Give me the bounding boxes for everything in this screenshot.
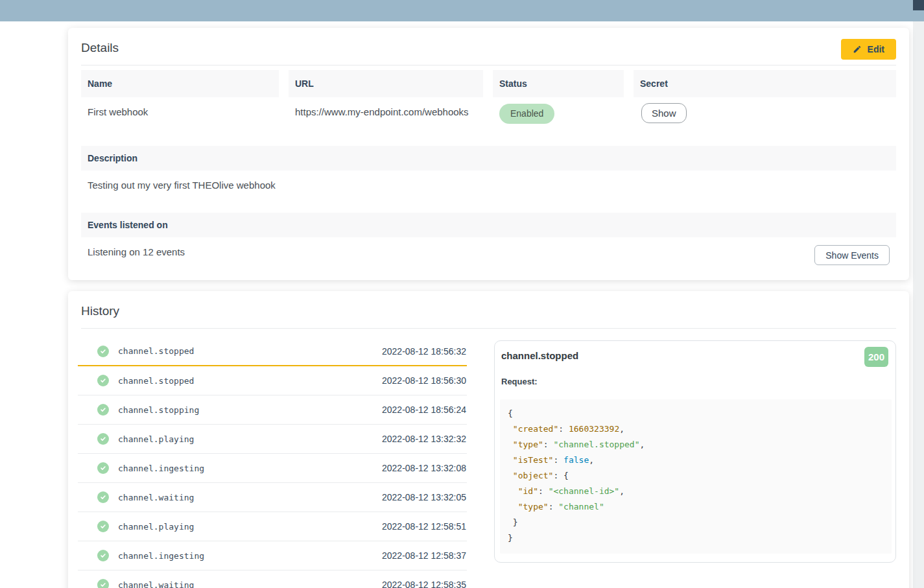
check-circle-icon (97, 462, 109, 474)
events-listened-value: Listening on 12 events (88, 246, 185, 257)
history-divider (81, 328, 896, 329)
history-row[interactable]: channel.stopped 2022-08-12 18:56:30 (78, 366, 467, 395)
event-timestamp: 2022-08-12 18:56:32 (382, 346, 466, 357)
event-name: channel.playing (118, 434, 194, 444)
scrollbar-thumb[interactable] (913, 0, 924, 10)
events-listened-label: Events listened on (81, 213, 896, 237)
code-line: "type": "channel" (508, 499, 884, 515)
pencil-icon (853, 45, 862, 54)
history-event-list: channel.stopped 2022-08-12 18:56:32 chan… (78, 337, 467, 588)
scrollbar-track[interactable] (913, 21, 924, 588)
code-line: "object": { (508, 468, 884, 484)
show-secret-button[interactable]: Show (641, 103, 687, 123)
event-name: channel.stopping (118, 405, 199, 415)
code-line: { (508, 406, 884, 421)
event-timestamp: 2022-08-12 13:32:08 (382, 463, 466, 473)
code-line: "isTest": false, (508, 453, 884, 468)
event-detail-title: channel.stopped (501, 350, 578, 361)
event-timestamp: 2022-08-12 18:56:24 (382, 405, 466, 415)
check-circle-icon (97, 550, 109, 561)
secret-field-label: Secret (634, 70, 896, 97)
status-code-badge: 200 (864, 347, 888, 367)
check-circle-icon (97, 375, 109, 386)
event-name: channel.waiting (118, 580, 194, 588)
url-field-label: URL (289, 70, 483, 97)
history-title: History (81, 304, 119, 318)
event-timestamp: 2022-08-12 12:58:37 (382, 550, 466, 561)
history-row[interactable]: channel.stopped 2022-08-12 18:56:32 (78, 337, 467, 366)
status-enabled-badge: Enabled (499, 104, 554, 124)
edit-button-label: Edit (868, 44, 884, 54)
history-row[interactable]: channel.playing 2022-08-12 12:58:51 (78, 512, 467, 541)
check-circle-icon (97, 404, 109, 416)
history-row[interactable]: channel.ingesting 2022-08-12 13:32:08 (78, 454, 467, 483)
name-field-label: Name (81, 70, 279, 97)
code-line: } (508, 530, 884, 546)
details-divider (81, 65, 896, 65)
history-card: History channel.stopped 2022-08-12 18:56… (68, 291, 909, 588)
event-detail-panel: channel.stopped 200 Request: { "created"… (494, 340, 896, 563)
event-timestamp: 2022-08-12 18:56:30 (382, 375, 466, 386)
status-field-label: Status (493, 70, 624, 97)
details-card: Details Edit Name URL Status Secret Firs… (68, 28, 909, 280)
code-line: "id": "<channel-id>", (508, 484, 884, 499)
event-timestamp: 2022-08-12 12:58:51 (382, 521, 466, 532)
event-name: channel.ingesting (118, 464, 204, 473)
show-events-button[interactable]: Show Events (814, 245, 890, 265)
code-line: } (508, 515, 884, 530)
event-name: channel.stopped (118, 376, 194, 386)
check-circle-icon (97, 579, 109, 588)
check-circle-icon (97, 433, 109, 445)
description-value: Testing out my very first THEOlive webho… (88, 180, 276, 191)
name-field-value: First webhook (81, 97, 279, 124)
event-timestamp: 2022-08-12 13:32:05 (382, 492, 466, 502)
description-label: Description (81, 146, 896, 171)
details-fields: Name URL Status Secret First webhook htt… (81, 70, 896, 124)
details-title: Details (81, 41, 119, 55)
history-row[interactable]: channel.waiting 2022-08-12 12:58:35 (78, 570, 467, 588)
event-name: channel.playing (118, 522, 194, 532)
request-json-code: { "created": 1660323392, "type": "channe… (500, 399, 892, 554)
history-row[interactable]: channel.playing 2022-08-12 13:32:32 (78, 425, 467, 454)
request-label: Request: (501, 377, 538, 386)
top-nav-bar (0, 0, 924, 21)
event-name: channel.stopped (118, 346, 194, 356)
code-line: "created": 1660323392, (508, 421, 884, 437)
event-name: channel.waiting (118, 493, 194, 502)
history-row[interactable]: channel.waiting 2022-08-12 13:32:05 (78, 483, 467, 512)
check-circle-icon (97, 521, 109, 532)
url-field-value: https://www.my-endpoint.com/webhooks (289, 97, 483, 124)
event-name: channel.ingesting (118, 551, 204, 561)
code-line: "type": "channel.stopped", (508, 437, 884, 453)
check-circle-icon (97, 346, 109, 357)
event-timestamp: 2022-08-12 13:32:32 (382, 434, 466, 444)
edit-button[interactable]: Edit (841, 39, 896, 60)
history-row[interactable]: channel.stopping 2022-08-12 18:56:24 (78, 395, 467, 425)
check-circle-icon (97, 491, 109, 503)
event-timestamp: 2022-08-12 12:58:35 (382, 580, 466, 588)
history-row[interactable]: channel.ingesting 2022-08-12 12:58:37 (78, 541, 467, 570)
